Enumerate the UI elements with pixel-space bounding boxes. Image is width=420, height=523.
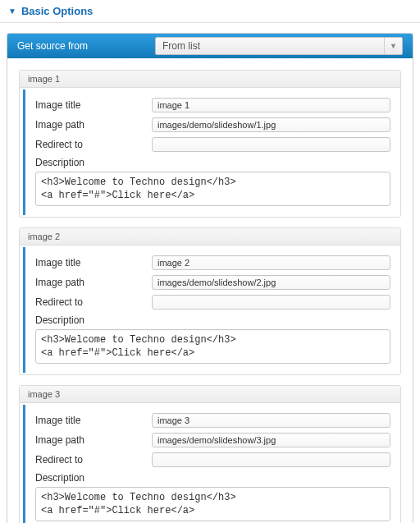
redirect-input[interactable] — [152, 295, 390, 310]
field-row-redirect: Redirect to — [35, 137, 390, 152]
image-path-input[interactable] — [152, 275, 390, 290]
description-textarea[interactable] — [35, 172, 390, 206]
field-row-redirect: Redirect to — [35, 452, 390, 467]
image-path-input[interactable] — [152, 117, 390, 132]
field-label-path: Image path — [35, 434, 152, 446]
field-row-path: Image path — [35, 433, 390, 447]
image-title-input[interactable] — [152, 98, 390, 112]
field-label-description: Description — [35, 314, 390, 326]
item-header: image 2 — [20, 228, 400, 245]
image-item: image 3 Image title Image path Redirect … — [19, 385, 401, 523]
items-wrap: image 1 Image title Image path Redirect … — [7, 58, 413, 523]
field-label-redirect: Redirect to — [35, 296, 152, 308]
image-item: image 1 Image title Image path Redirect … — [19, 70, 401, 218]
field-row-path: Image path — [35, 275, 390, 290]
field-label-title: Image title — [35, 99, 152, 111]
image-title-input[interactable] — [152, 255, 390, 270]
source-label: Get source from — [17, 40, 155, 52]
redirect-input[interactable] — [152, 452, 390, 467]
field-label-redirect: Redirect to — [35, 454, 152, 466]
options-panel: Get source from From list ▼ image 1 Imag… — [7, 33, 413, 523]
field-label-title: Image title — [35, 415, 152, 426]
field-label-path: Image path — [35, 119, 152, 131]
item-body: Image title Image path Redirect to Descr… — [23, 89, 400, 215]
field-label-path: Image path — [35, 277, 152, 288]
redirect-input[interactable] — [152, 137, 390, 152]
item-header: image 1 — [20, 71, 400, 88]
field-label-description: Description — [35, 472, 390, 484]
field-row-title: Image title — [35, 255, 390, 270]
field-label-redirect: Redirect to — [35, 139, 152, 150]
source-selected-value: From list — [162, 40, 200, 52]
item-header: image 3 — [20, 386, 400, 403]
field-label-title: Image title — [35, 257, 152, 268]
field-row-path: Image path — [35, 117, 390, 132]
image-path-input[interactable] — [152, 433, 390, 447]
image-title-input[interactable] — [152, 413, 390, 428]
collapse-arrow-icon: ▼ — [8, 7, 16, 16]
field-row-redirect: Redirect to — [35, 295, 390, 310]
field-row-title: Image title — [35, 413, 390, 428]
description-textarea[interactable] — [35, 487, 390, 521]
chevron-down-icon: ▼ — [384, 38, 402, 54]
description-textarea[interactable] — [35, 329, 390, 364]
item-body: Image title Image path Redirect to Descr… — [23, 405, 400, 523]
field-row-title: Image title — [35, 98, 390, 112]
image-item: image 2 Image title Image path Redirect … — [19, 227, 401, 375]
source-select[interactable]: From list ▼ — [155, 37, 403, 55]
field-label-description: Description — [35, 157, 390, 168]
section-header[interactable]: ▼ Basic Options — [0, 0, 420, 23]
section-title: Basic Options — [21, 5, 93, 17]
item-body: Image title Image path Redirect to Descr… — [23, 247, 400, 373]
source-bar: Get source from From list ▼ — [7, 34, 413, 58]
